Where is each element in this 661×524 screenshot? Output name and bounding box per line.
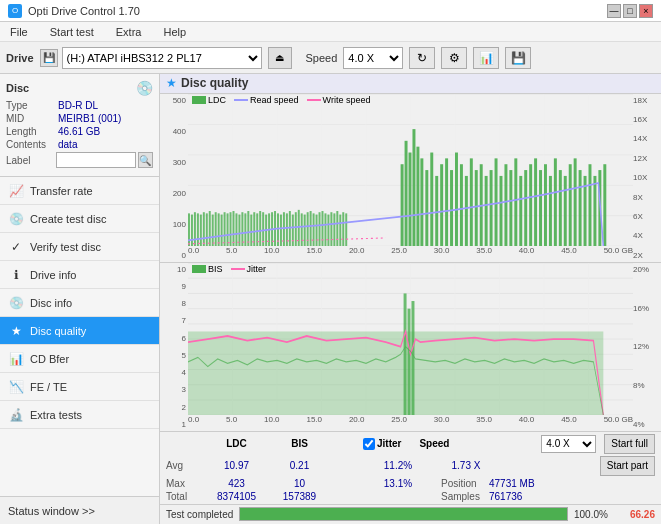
nav-cd-bfer[interactable]: 📊 CD Bfer: [0, 345, 159, 373]
chart2-legend: BIS Jitter: [192, 264, 266, 274]
svg-rect-50: [292, 214, 294, 246]
svg-rect-135: [411, 301, 414, 415]
speed-label: Speed: [306, 52, 338, 64]
svg-rect-61: [324, 213, 326, 246]
save-button[interactable]: 💾: [505, 47, 531, 69]
nav-drive-info[interactable]: ℹ Drive info: [0, 261, 159, 289]
nav-disc-quality[interactable]: ★ Disc quality: [0, 317, 159, 345]
max-ldc-value: 423: [209, 478, 264, 489]
x2-tick-45: 45.0: [561, 415, 577, 424]
svg-rect-67: [342, 212, 344, 246]
disc-length-label: Length: [6, 126, 58, 137]
read-color: [234, 99, 248, 101]
eject-button[interactable]: ⏏: [268, 47, 292, 69]
max-label: Max: [166, 478, 201, 489]
extra-tests-icon: 🔬: [8, 407, 24, 423]
progress-percent: 100.0%: [574, 509, 614, 520]
svg-rect-132: [188, 331, 603, 415]
avg-speed-value: 1.73 X: [441, 460, 491, 471]
svg-rect-98: [539, 170, 542, 246]
jitter-label: Jitter: [377, 438, 401, 449]
svg-rect-79: [445, 158, 448, 246]
disc-label-button[interactable]: 🔍: [138, 152, 153, 168]
main-layout: Disc 💿 Type BD-R DL MID MEIRB1 (001) Len…: [0, 74, 661, 524]
ldc-color: [192, 96, 206, 104]
svg-rect-23: [212, 214, 214, 246]
svg-rect-90: [500, 176, 503, 246]
svg-rect-92: [509, 170, 512, 246]
nav-extra-tests[interactable]: 🔬 Extra tests: [0, 401, 159, 429]
nav-verify-test-disc[interactable]: ✓ Verify test disc: [0, 233, 159, 261]
y1-rtick-18x: 18X: [633, 96, 649, 105]
menu-file[interactable]: File: [4, 24, 34, 40]
x1-tick-25: 25.0: [391, 246, 407, 255]
svg-rect-32: [238, 214, 240, 246]
legend-bis: BIS: [192, 264, 223, 274]
drive-select[interactable]: (H:) ATAPI iHBS312 2 PL17: [62, 47, 262, 69]
svg-rect-83: [465, 176, 468, 246]
y1-rtick-2x: 2X: [633, 251, 645, 260]
legend-jitter: Jitter: [231, 264, 267, 274]
y2-rtick-16: 16%: [633, 304, 651, 313]
stats-speed-header: Speed: [409, 438, 459, 449]
cd-bfer-icon: 📊: [8, 351, 24, 367]
stats-speed-select[interactable]: 4.0 X: [541, 435, 596, 453]
menu-help[interactable]: Help: [157, 24, 192, 40]
bis-color: [192, 265, 206, 273]
disc-info-panel: Disc 💿 Type BD-R DL MID MEIRB1 (001) Len…: [0, 74, 159, 177]
chart1-x-axis: 0.0 5.0 10.0 15.0 20.0 25.0 30.0 35.0 40…: [188, 246, 633, 262]
nav-transfer-rate[interactable]: 📈 Transfer rate: [0, 177, 159, 205]
speed-select[interactable]: 4.0 X: [343, 47, 403, 69]
svg-rect-19: [200, 214, 202, 246]
disc-quality-header-icon: ★: [166, 76, 177, 90]
status-window-button[interactable]: Status window >>: [0, 496, 159, 524]
chart2-wrap: BIS Jitter 10 9 8 7 6 5 4 3: [160, 262, 661, 431]
graph-button[interactable]: 📊: [473, 47, 499, 69]
svg-rect-62: [327, 214, 329, 246]
titlebar-controls[interactable]: — □ ×: [607, 4, 653, 18]
x2-tick-5: 5.0: [226, 415, 237, 424]
maximize-button[interactable]: □: [623, 4, 637, 18]
svg-rect-24: [215, 212, 217, 246]
legend-ldc-label: LDC: [208, 95, 226, 105]
disc-quality-title: Disc quality: [181, 76, 248, 90]
close-button[interactable]: ×: [639, 4, 653, 18]
svg-rect-33: [241, 212, 243, 246]
svg-rect-100: [549, 176, 552, 246]
x1-tick-35: 35.0: [476, 246, 492, 255]
start-part-button[interactable]: Start part: [600, 456, 655, 476]
refresh-button[interactable]: ↻: [409, 47, 435, 69]
disc-label-input[interactable]: [56, 152, 136, 168]
nav-items: 📈 Transfer rate 💿 Create test disc ✓ Ver…: [0, 177, 159, 496]
samples-value: 761736: [489, 491, 549, 502]
legend-read: Read speed: [234, 95, 299, 105]
svg-rect-66: [339, 214, 341, 246]
transfer-rate-icon: 📈: [8, 183, 24, 199]
drive-label: Drive: [6, 52, 34, 64]
legend-bis-label: BIS: [208, 264, 223, 274]
charts-area: LDC Read speed Write speed 500 400 300: [160, 94, 661, 431]
chart2-y-right: 20% 16% 12% 8% 4%: [633, 263, 661, 431]
progress-bar-inner: [240, 508, 567, 520]
drive-info-icon: ℹ: [8, 267, 24, 283]
svg-rect-49: [289, 211, 291, 246]
nav-fe-te[interactable]: 📉 FE / TE: [0, 373, 159, 401]
menu-start-test[interactable]: Start test: [44, 24, 100, 40]
nav-disc-info[interactable]: 💿 Disc info: [0, 289, 159, 317]
disc-quality-icon: ★: [8, 323, 24, 339]
y2-rtick-12: 12%: [633, 342, 651, 351]
y1-tick-200: 200: [173, 189, 188, 198]
minimize-button[interactable]: —: [607, 4, 621, 18]
nav-create-test-disc[interactable]: 💿 Create test disc: [0, 205, 159, 233]
x2-tick-10: 10.0: [264, 415, 280, 424]
svg-rect-71: [409, 152, 412, 246]
status-window-label: Status window >>: [8, 505, 95, 517]
settings-button[interactable]: ⚙: [441, 47, 467, 69]
chart2-x-axis: 0.0 5.0 10.0 15.0 20.0 25.0 30.0 35.0 40…: [188, 415, 633, 431]
y1-rtick-14x: 14X: [633, 134, 649, 143]
svg-rect-21: [206, 213, 208, 246]
start-full-button[interactable]: Start full: [604, 434, 655, 454]
x2-tick-0: 0.0: [188, 415, 199, 424]
jitter-checkbox-input[interactable]: [363, 438, 375, 450]
menu-extra[interactable]: Extra: [110, 24, 148, 40]
